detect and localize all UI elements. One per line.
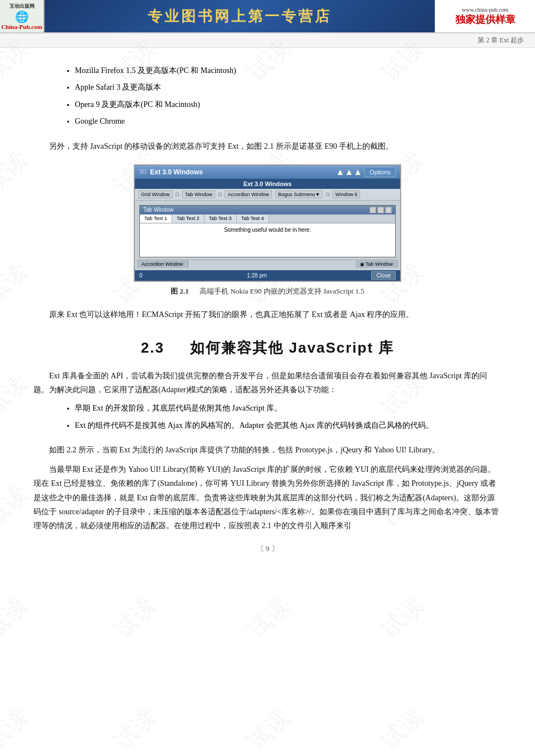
toolbar-tab-window[interactable]: Tab Window <box>182 191 215 198</box>
list-item: Apple Safari 3 及更高版本 <box>67 81 502 94</box>
tab-1[interactable]: Tab Text 1 <box>140 214 172 223</box>
toolbar-separator2: □ <box>218 192 221 197</box>
list-item: Google Chrome <box>67 115 502 128</box>
tab-content: Something useful would be in here. <box>140 223 395 257</box>
toolbar-separator: □ <box>176 192 179 197</box>
list-item-text: 早期 Ext 的开发阶段，其底层代码是依附其他 JavaScript 库。 <box>75 402 282 414</box>
feature-list: 早期 Ext 的开发阶段，其底层代码是依附其他 JavaScript 库。 Ex… <box>67 402 502 432</box>
mock-inner-window: Tab Window - □ × Tab Text 1 Tab Text 2 T… <box>139 205 396 257</box>
toolbar-window6[interactable]: Window 6 <box>333 191 361 198</box>
main-content: Mozilla Firefox 1.5 及更高版本(PC 和 Macintosh… <box>0 48 535 565</box>
center-title-text: 专业图书网上第一专营店 <box>148 7 332 26</box>
watermark: 试读 <box>108 701 163 756</box>
figure-caption: 图 2.1 高端手机 Nokia E90 内嵌的浏览器支持 JavaScript… <box>33 286 502 296</box>
accordion-item-1[interactable]: Accordion Window <box>137 260 188 268</box>
accordion-bar: Accordion Window ▣ Tab Window <box>137 260 398 268</box>
inner-window-title: Tab Window <box>143 207 173 213</box>
watermark: 试读 <box>0 590 34 645</box>
figure-caption-description: 高端手机 Nokia E90 内嵌的浏览器支持 JavaScript 1.5 <box>200 287 364 295</box>
paragraph-2: 原来 Ext 也可以这样地用！ECMAScript 开拓了我们的眼界，也真正地拓… <box>33 308 502 321</box>
list-item: Opera 9 及更高版本(PC 和 Macintosh) <box>67 99 502 111</box>
www-text: www.china-pub.com <box>462 7 508 13</box>
accordion-item-2[interactable]: ▣ Tab Window <box>356 260 398 268</box>
list-item: 早期 Ext 的开发阶段，其底层代码是依附其他 JavaScript 库。 <box>67 402 502 414</box>
paragraph-4: 如图 2.2 所示，当前 Ext 为流行的 JavaScript 库提供了功能的… <box>33 443 502 457</box>
signal-indicator: 3G <box>139 169 147 175</box>
watermark: 试读 <box>375 701 430 756</box>
list-item-text: Google Chrome <box>75 115 125 128</box>
watermark: 试读 <box>108 590 163 645</box>
watermark: 试读 <box>241 590 296 645</box>
list-item: Ext 的组件代码不是按其他 Ajax 库的风格写的。Adapter 会把其他 … <box>67 420 502 432</box>
figure-caption-text <box>191 287 198 295</box>
section-heading: 2.3 如何兼容其他 JavaScript 库 <box>33 338 502 358</box>
inner-window-area: Tab Window - □ × Tab Text 1 Tab Text 2 T… <box>135 201 400 270</box>
header-right: www.china-pub.com 独家提供样章 <box>435 0 535 32</box>
titlebar-left: 3G Ext 3.0 Windows <box>139 168 203 176</box>
close-button[interactable]: × <box>385 207 392 213</box>
inner-window-controls: - □ × <box>369 207 392 213</box>
watermark: 试读 <box>375 590 430 645</box>
tab-3[interactable]: Tab Text 3 <box>205 214 237 223</box>
exclusive-text: 独家提供样章 <box>455 13 515 26</box>
page-number-text: 〔 9 〕 <box>257 544 279 553</box>
mock-menubar: Ext 3.0 Windows <box>135 179 400 189</box>
list-item-text: Ext 的组件代码不是按其他 Ajax 库的风格写的。Adapter 会把其他 … <box>75 420 434 432</box>
chapter-bar: 第 2 章 Ext 起步 <box>0 33 535 48</box>
paragraph-3: Ext 库具备全面的 API，尝试着为我们提供完整的整合开发平台，但是如果结合遗… <box>33 369 502 397</box>
watermark: 试读 <box>0 701 34 756</box>
accordion-spacer <box>188 260 356 268</box>
list-item-text: Opera 9 及更高版本(PC 和 Macintosh) <box>75 99 200 111</box>
list-item-text: Apple Safari 3 及更高版本 <box>75 81 161 94</box>
mock-titlebar: 3G Ext 3.0 Windows ▲▲▲ Options <box>135 165 400 179</box>
section-title-text: 如何兼容其他 JavaScript 库 <box>190 339 394 356</box>
mock-statusbar: 0 1:28 pm Close <box>135 270 400 281</box>
window-title: Ext 3.0 Windows <box>150 168 203 176</box>
tab-window-icon: ▣ <box>360 262 364 267</box>
maximize-button[interactable]: □ <box>377 207 384 213</box>
mock-toolbar: Grid Window □ Tab Window □ Accordion Win… <box>135 189 400 201</box>
tab-4[interactable]: Tab Text 4 <box>237 214 269 223</box>
tab-bar: Tab Text 1 Tab Text 2 Tab Text 3 Tab Tex… <box>140 214 395 223</box>
mock-browser-window: 3G Ext 3.0 Windows ▲▲▲ Options Ext 3.0 W… <box>134 165 401 281</box>
browser-list: Mozilla Firefox 1.5 及更高版本(PC 和 Macintosh… <box>67 65 502 128</box>
tab-content-text: Something useful would be in here. <box>224 227 311 233</box>
list-item: Mozilla Firefox 1.5 及更高版本(PC 和 Macintosh… <box>67 65 502 77</box>
figure-image: 3G Ext 3.0 Windows ▲▲▲ Options Ext 3.0 W… <box>134 164 401 282</box>
options-button[interactable]: Options <box>364 167 396 177</box>
logo-site: China-Pub.com <box>1 23 42 30</box>
page-header: 互动出版网 🌐 China-Pub.com 专业图书网上第一专营店 www.ch… <box>0 0 535 33</box>
titlebar-right-area: ▲▲▲ Options <box>336 167 396 177</box>
accordion-item-2-label: Tab Window <box>366 261 393 267</box>
list-item-text: Mozilla Firefox 1.5 及更高版本(PC 和 Macintosh… <box>75 65 236 77</box>
statusbar-time: 1:28 pm <box>247 272 267 279</box>
paragraph-1: 另外，支持 JavaScript 的移动设备的浏览器亦可支持 Ext，如图 2.… <box>33 139 502 153</box>
statusbar-left: 0 <box>139 272 143 279</box>
tab-2[interactable]: Tab Text 2 <box>172 214 205 223</box>
logo-icon: 🌐 <box>1 10 42 23</box>
page-number: 〔 9 〕 <box>33 544 502 554</box>
logo: 互动出版网 🌐 China-Pub.com <box>0 0 45 32</box>
signal-bars-icon: ▲▲▲ <box>336 167 363 177</box>
toolbar-accordion-window[interactable]: Accordion Window <box>225 191 272 198</box>
chapter-text: 第 2 章 Ext 起步 <box>478 36 524 44</box>
section-title: 2.3 如何兼容其他 JavaScript 库 <box>33 338 502 358</box>
figure-number: 图 2.1 <box>171 287 189 295</box>
header-title: 专业图书网上第一专营店 <box>45 0 435 32</box>
figure-1: 3G Ext 3.0 Windows ▲▲▲ Options Ext 3.0 W… <box>33 164 502 296</box>
logo-top-text: 互动出版网 <box>1 3 42 10</box>
minimize-button[interactable]: - <box>369 207 376 213</box>
toolbar-separator3: □ <box>326 192 329 197</box>
section-number: 2.3 <box>141 339 164 356</box>
paragraph-5: 当最早期 Ext 还是作为 Yahoo UI! Library(简称 YUI)的… <box>33 462 502 533</box>
statusbar-close-button[interactable]: Close <box>371 271 396 280</box>
inner-titlebar: Tab Window - □ × <box>140 206 395 214</box>
watermark: 试读 <box>241 701 296 756</box>
toolbar-bogus-submenu[interactable]: Bogus Submenu▼ <box>275 191 323 198</box>
toolbar-grid-window[interactable]: Grid Window <box>138 191 173 198</box>
